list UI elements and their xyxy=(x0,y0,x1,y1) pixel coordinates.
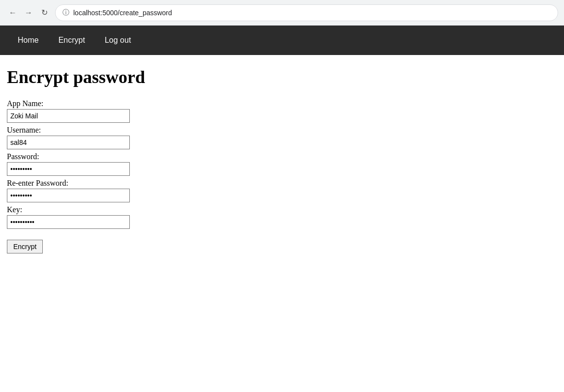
back-button[interactable]: ← xyxy=(6,6,20,20)
username-label: Username: xyxy=(7,126,557,135)
page-content: Encrypt password App Name: Username: Pas… xyxy=(0,55,564,265)
username-input[interactable] xyxy=(7,136,130,149)
reload-button[interactable]: ↻ xyxy=(37,6,51,20)
page-title: Encrypt password xyxy=(7,67,557,87)
nav-logout[interactable]: Log out xyxy=(95,27,141,54)
encrypt-button[interactable]: Encrypt xyxy=(7,240,43,253)
browser-chrome: ← → ↻ ⓘ localhost:5000/create_password xyxy=(0,0,564,26)
app-name-group: App Name: xyxy=(7,99,557,123)
reenter-password-group: Re-enter Password: xyxy=(7,179,557,202)
forward-button[interactable]: → xyxy=(22,6,35,20)
username-group: Username: xyxy=(7,126,557,149)
password-input[interactable] xyxy=(7,162,130,176)
navbar: Home Encrypt Log out xyxy=(0,26,564,55)
password-group: Password: xyxy=(7,152,557,176)
password-label: Password: xyxy=(7,152,557,161)
reenter-password-label: Re-enter Password: xyxy=(7,179,557,188)
reenter-password-input[interactable] xyxy=(7,189,130,202)
address-url: localhost:5000/create_password xyxy=(73,9,172,17)
address-bar[interactable]: ⓘ localhost:5000/create_password xyxy=(55,4,558,21)
app-name-label: App Name: xyxy=(7,99,557,108)
nav-home[interactable]: Home xyxy=(8,27,49,54)
nav-encrypt[interactable]: Encrypt xyxy=(49,27,95,54)
app-name-input[interactable] xyxy=(7,109,130,123)
key-group: Key: xyxy=(7,205,557,229)
info-icon: ⓘ xyxy=(62,8,69,17)
nav-buttons: ← → ↻ xyxy=(6,6,51,20)
key-label: Key: xyxy=(7,205,557,214)
key-input[interactable] xyxy=(7,215,130,229)
